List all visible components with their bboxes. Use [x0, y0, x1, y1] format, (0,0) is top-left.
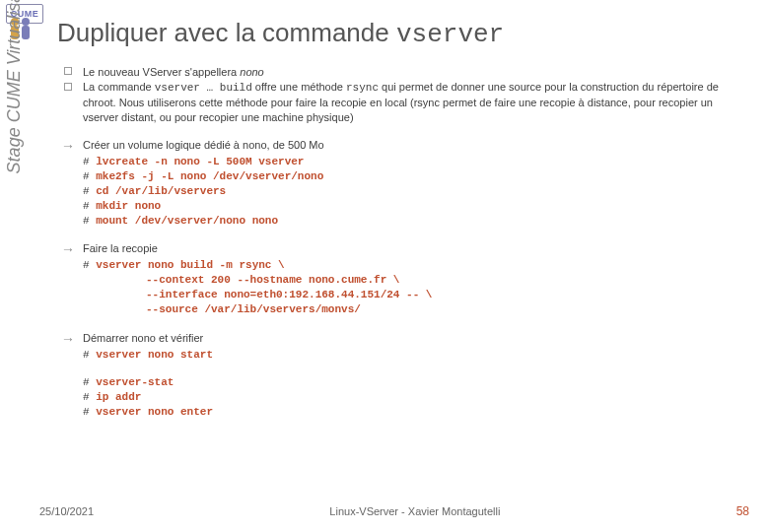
- cmd: lvcreate -n nono -L 500M vserver: [96, 156, 304, 167]
- intro-block: Le nouveau VServer s'appellera nono La c…: [53, 65, 749, 124]
- cmd: cd /var/lib/vservers: [96, 185, 226, 197]
- footer-date: 25/10/2021: [39, 505, 94, 517]
- volume-block: → Créer un volume logique dédié à nono, …: [53, 138, 749, 228]
- cmd: vserver nono build -m rsync \: [96, 259, 284, 271]
- bullet-col: [53, 65, 83, 124]
- cmd: vserver-stat: [96, 376, 174, 388]
- cmd: --source /var/lib/vservers/monvs/: [146, 303, 361, 315]
- content: Le nouveau VServer s'appellera nono La c…: [53, 65, 749, 433]
- checkbox-icon: [64, 83, 72, 91]
- intro-l2a: La commande: [83, 81, 155, 93]
- slide-title: Dupliquer avec la commande vserver: [57, 18, 749, 49]
- footer: 25/10/2021 Linux-VServer - Xavier Montag…: [39, 504, 749, 518]
- start-lead: Démarrer nono et vérifier: [83, 331, 749, 346]
- arrow-icon: →: [61, 242, 75, 256]
- cmd: --interface nono=eth0:192.168.44.151/24 …: [146, 289, 432, 300]
- title-prefix: Dupliquer avec la commande: [57, 18, 396, 47]
- checkbox-icon: [64, 67, 72, 75]
- copy-cmds: # vserver nono build -m rsync \ --contex…: [83, 258, 749, 316]
- intro-l2d: rsync: [346, 82, 379, 94]
- cmd: vserver nono enter: [96, 406, 213, 418]
- intro-l2c: offre une méthode: [252, 81, 346, 93]
- start-cmds2: # vserver-stat # ip addr # vserver nono …: [83, 375, 749, 420]
- title-code: vserver: [396, 20, 504, 49]
- arrow-icon: →: [61, 332, 75, 346]
- intro-text: Le nouveau VServer s'appellera nono La c…: [83, 65, 749, 124]
- intro-line1-em: nono: [240, 66, 263, 78]
- cmd: mount /dev/vserver/nono nono: [96, 215, 278, 227]
- cmd: ip addr: [96, 391, 141, 403]
- slide: CUME Dupliquer avec la commande vserver …: [0, 0, 769, 532]
- copy-block: → Faire la recopie # vserver nono build …: [53, 241, 749, 316]
- start-cmds: # vserver nono start: [83, 348, 749, 363]
- cmd: mke2fs -j -L nono /dev/vserver/nono: [96, 170, 323, 182]
- arrow-icon: →: [61, 139, 75, 153]
- footer-caption: Linux-VServer - Xavier Montagutelli: [329, 505, 500, 517]
- cmd: vserver nono start: [96, 349, 213, 361]
- cmd: mkdir nono: [96, 200, 161, 212]
- cmd: --context 200 --hostname nono.cume.fr \: [146, 274, 399, 286]
- intro-l2b: vserver … build: [155, 82, 252, 94]
- page-number: 58: [736, 504, 749, 518]
- sidebar-label: Stage CUME Virtualisation: [4, 0, 25, 217]
- start-block: → Démarrer nono et vérifier # vserver no…: [53, 331, 749, 420]
- volume-cmds: # lvcreate -n nono -L 500M vserver # mke…: [83, 155, 749, 228]
- copy-lead: Faire la recopie: [83, 241, 749, 256]
- volume-lead: Créer un volume logique dédié à nono, de…: [83, 138, 749, 153]
- intro-line1-pre: Le nouveau VServer s'appellera: [83, 66, 240, 78]
